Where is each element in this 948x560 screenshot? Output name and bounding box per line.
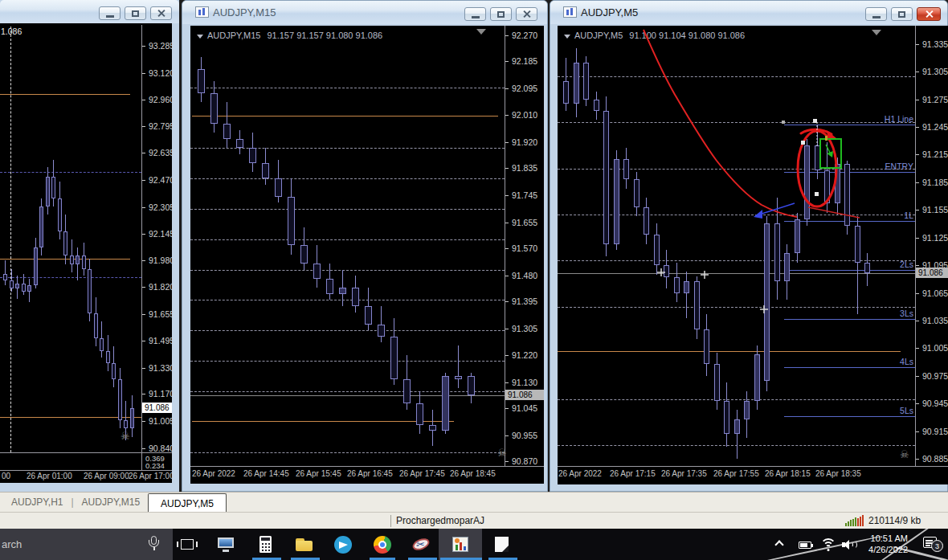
wifi-icon[interactable]: [819, 538, 837, 551]
mdi-workspace: 1.086 93.28593.12092.96092.79592.63592.4…: [0, 0, 948, 492]
candle: [674, 277, 680, 293]
chrome-icon[interactable]: [372, 534, 393, 555]
grid-line: [558, 307, 915, 308]
price-axis-label: 91.835: [512, 163, 537, 173]
tab-audjpy-h1[interactable]: AUDJPY,H1: [3, 493, 71, 512]
restore-button[interactable]: [490, 7, 512, 21]
time-axis-label: 26 Apr 14:45: [243, 469, 289, 478]
search-box[interactable]: arch: [0, 529, 173, 560]
grid-line: [190, 300, 505, 300]
notepad-icon[interactable]: [491, 534, 512, 555]
candle: [784, 253, 790, 280]
task-view-button[interactable]: [177, 534, 198, 555]
close-button[interactable]: [150, 6, 172, 20]
minimize-button[interactable]: [464, 7, 486, 21]
minimize-button[interactable]: [865, 7, 887, 21]
chart-m15[interactable]: AUDJPY,M1591.157 91.157 91.080 91.086 92…: [190, 26, 544, 484]
tab-audjpy-m5[interactable]: AUDJPY,M5: [148, 493, 227, 512]
grid-line: [190, 239, 505, 240]
candle: [744, 401, 750, 419]
current-price-tag: 91.086: [505, 390, 544, 400]
red-ma-line: [644, 30, 797, 217]
candle: [623, 159, 629, 179]
price-axis-label: 91.335: [922, 39, 948, 49]
microphone-icon[interactable]: [148, 536, 161, 552]
time-axis-label: 26 Apr 17:35: [661, 469, 707, 478]
chevron-up-icon[interactable]: [774, 540, 783, 549]
price-axis-label: 91.215: [922, 149, 948, 159]
metatrader-icon[interactable]: [450, 534, 471, 555]
candle: [262, 163, 269, 178]
candle: [3, 274, 7, 280]
clock[interactable]: 10:51 AM 4/26/2022: [868, 533, 908, 555]
chart-m5[interactable]: AUDJPY,M591.100 91.104 91.080 91.086: [558, 26, 948, 484]
candle: [210, 93, 218, 124]
object-price-label: 1.086: [1, 27, 22, 36]
chart-window-m5[interactable]: AUDJPY,M5 AUDJPY,M591.100 91.104 91.080 …: [550, 0, 948, 492]
chart-window-m15[interactable]: AUDJPY,M15 AUDJPY,M1591.157 91.157 91.08…: [182, 0, 548, 492]
candle: [844, 164, 850, 226]
time-axis-label: 26 Apr 18:15: [765, 469, 811, 478]
this-pc-icon[interactable]: [215, 534, 236, 555]
candle: [754, 354, 760, 400]
close-button[interactable]: [516, 7, 537, 21]
price-axis-label: 91.920: [512, 137, 537, 147]
object-handle: [801, 141, 805, 145]
candle: [815, 145, 820, 170]
chart-h1[interactable]: 1.086 93.28593.12092.96092.79592.63592.4…: [0, 23, 172, 483]
time-axis-label: 26 Apr 17:55: [713, 469, 759, 478]
notification-center-icon[interactable]: 3: [923, 537, 937, 548]
restore-button[interactable]: [125, 6, 146, 20]
candle: [313, 264, 321, 279]
time-axis-label: 26 Apr 18:35: [815, 469, 861, 478]
candle: [339, 288, 346, 294]
window-titlebar[interactable]: AUDJPY,M5: [550, 1, 947, 24]
level-line: [784, 367, 915, 368]
current-price-line: [558, 273, 915, 274]
telegram-icon[interactable]: [333, 534, 353, 555]
candle-wick: [5, 260, 6, 285]
minimize-button[interactable]: [99, 6, 121, 20]
close-button[interactable]: [917, 7, 941, 21]
grid-line: [190, 148, 505, 149]
candle: [644, 207, 649, 235]
candle: [804, 145, 810, 219]
taskbar: arch ✂: [0, 529, 948, 560]
volume-icon[interactable]: [842, 540, 858, 550]
search-text: arch: [2, 538, 22, 550]
window-titlebar[interactable]: AUDJPY,M15: [182, 1, 547, 24]
restore-button[interactable]: [891, 7, 913, 21]
candle: [365, 306, 372, 325]
candle: [46, 177, 50, 206]
scroll-end-marker: [872, 30, 881, 35]
chart-window-h1[interactable]: 1.086 93.28593.12092.96092.79592.63592.4…: [0, 0, 179, 492]
candle: [88, 269, 92, 313]
red-pen-arrowhead: [827, 130, 836, 141]
candle: [198, 69, 205, 93]
tab-audjpy-m15[interactable]: AUDJPY,M15: [74, 493, 148, 512]
price-axis-label: 91.065: [922, 288, 948, 298]
level-line: [784, 270, 915, 271]
battery-icon[interactable]: [799, 542, 811, 549]
price-axis-label: 91.480: [512, 271, 537, 280]
file-explorer-icon[interactable]: [293, 534, 314, 555]
price-axis-label: 92.010: [512, 110, 537, 120]
candle-wick: [458, 345, 459, 388]
candle: [27, 285, 31, 292]
object-handle: [815, 192, 819, 196]
price-axis-label: 90.975: [922, 371, 948, 381]
window-titlebar[interactable]: [0, 0, 179, 23]
candle: [563, 81, 569, 104]
candle-wick: [77, 247, 78, 280]
price-axis-label: 92.145: [149, 229, 172, 239]
level-label: 2Ls: [857, 260, 913, 269]
candle: [236, 139, 243, 148]
time-axis-label: 26 Apr 2022: [558, 469, 602, 478]
status-bar: ProchargedmoparAJ 210114/9 kb: [0, 512, 948, 529]
snipping-tool-icon[interactable]: ✂: [411, 534, 431, 555]
time-axis-label: 26 Apr 15:45: [296, 469, 341, 478]
calculator-icon[interactable]: [255, 534, 276, 555]
candle: [378, 325, 385, 337]
price-axis-label: 91.275: [922, 95, 948, 104]
price-axis-label: 90.955: [512, 431, 537, 440]
